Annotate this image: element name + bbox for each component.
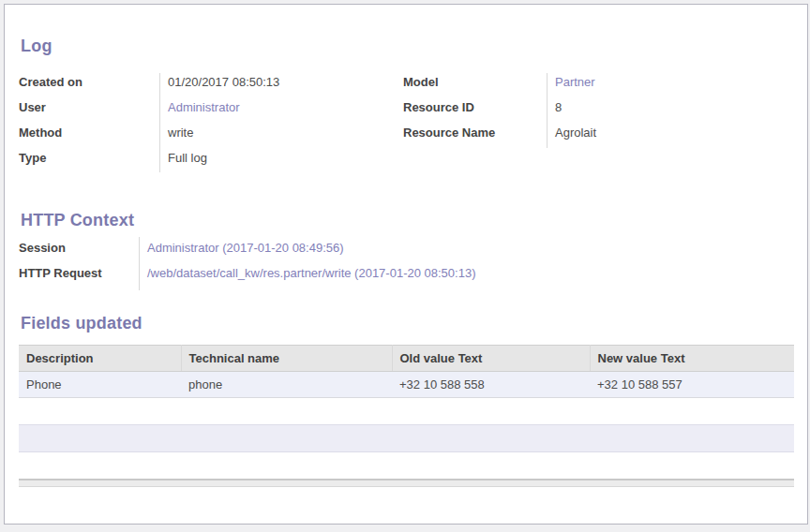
field-row-model: Model Partner [403,74,797,99]
table-header-row: Description Technical name Old value Tex… [19,346,794,372]
table-row[interactable]: Phone phone +32 10 588 558 +32 10 588 55… [19,372,794,398]
column-header-old-value[interactable]: Old value Text [392,346,590,372]
column-header-description[interactable]: Description [19,346,181,372]
field-row-http-request: HTTP Request /web/dataset/call_kw/res.pa… [19,265,675,290]
model-link[interactable]: Partner [547,74,595,99]
field-value-method: write [159,125,193,150]
field-label-session: Session [19,240,139,265]
log-right-field-group: Model Partner Resource ID 8 Resource Nam… [403,74,797,150]
cell-old-value[interactable]: +32 10 588 558 [392,372,590,398]
field-value-type: Full log [159,150,207,175]
field-label-created-on: Created on [19,74,159,99]
http-context-section-title: HTTP Context [21,211,134,230]
log-left-field-group: Created on 01/20/2017 08:50:13 User Admi… [19,74,394,175]
cell-description[interactable]: Phone [19,372,181,398]
session-link[interactable]: Administrator (2017-01-20 08:49:56) [139,240,344,265]
field-row-type: Type Full log [19,150,394,175]
field-value-resource-id: 8 [547,99,562,125]
http-request-link[interactable]: /web/dataset/call_kw/res.partner/write (… [139,265,475,290]
field-label-user: User [19,99,159,125]
field-value-resource-name: Agrolait [547,125,596,150]
field-label-resource-id: Resource ID [403,99,547,125]
column-header-new-value[interactable]: New value Text [590,346,794,372]
user-link[interactable]: Administrator [159,99,240,125]
field-row-created-on: Created on 01/20/2017 08:50:13 [19,74,394,99]
log-form-panel: Log Created on 01/20/2017 08:50:13 User … [4,4,808,525]
field-row-resource-id: Resource ID 8 [403,99,797,125]
field-row-user: User Administrator [19,99,394,125]
field-label-method: Method [19,125,159,150]
field-label-type: Type [19,150,159,175]
http-context-field-group: Session Administrator (2017-01-20 08:49:… [19,240,675,290]
field-label-resource-name: Resource Name [403,125,547,150]
field-row-session: Session Administrator (2017-01-20 08:49:… [19,240,675,265]
cell-new-value[interactable]: +32 10 588 557 [590,372,794,398]
cell-technical-name[interactable]: phone [181,372,392,398]
fields-updated-section-title: Fields updated [21,314,142,333]
field-label-model: Model [403,74,547,99]
log-section-title: Log [21,37,52,56]
field-label-http-request: HTTP Request [19,265,139,290]
field-value-created-on: 01/20/2017 08:50:13 [159,74,279,99]
empty-list-strip [19,424,794,452]
fields-updated-table: Description Technical name Old value Tex… [19,345,794,398]
field-row-resource-name: Resource Name Agrolait [403,125,797,150]
footer-divider-bar [19,479,794,487]
column-header-technical-name[interactable]: Technical name [181,346,392,372]
field-row-method: Method write [19,125,394,150]
